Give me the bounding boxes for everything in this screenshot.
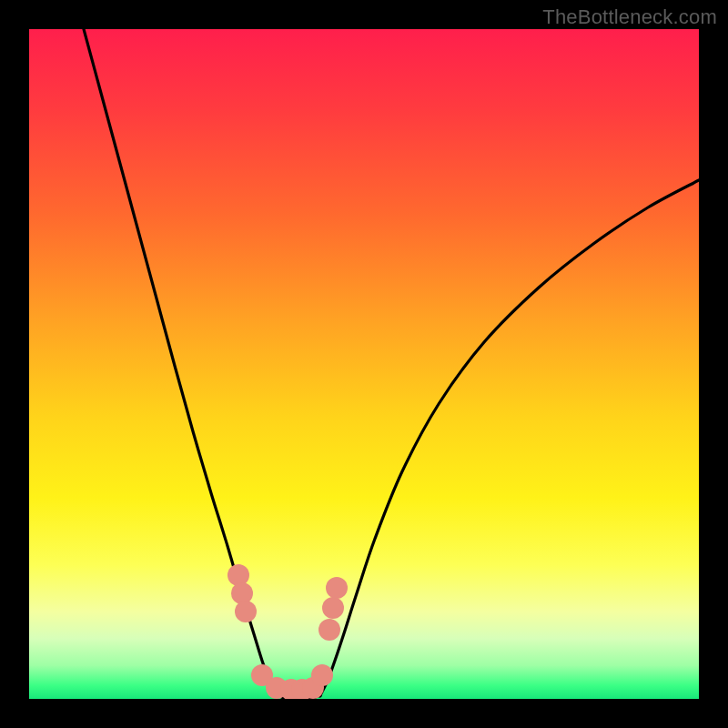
- valley-marker: [318, 619, 340, 641]
- watermark-text: TheBottleneck.com: [542, 5, 717, 29]
- plot-area: [29, 29, 699, 699]
- chart-frame: TheBottleneck.com: [0, 0, 728, 728]
- valley-marker: [235, 601, 257, 622]
- curve-layer: [29, 29, 699, 699]
- valley-marker: [311, 664, 333, 686]
- valley-marker: [231, 582, 253, 604]
- valley-marker: [228, 564, 249, 586]
- valley-marker: [322, 597, 344, 619]
- bottleneck-curve: [84, 29, 699, 699]
- valley-marker-group: [228, 564, 348, 699]
- valley-marker: [326, 577, 348, 599]
